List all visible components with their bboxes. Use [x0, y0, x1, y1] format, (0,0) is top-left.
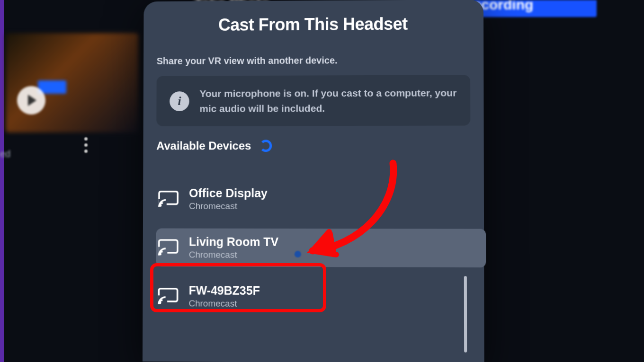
device-item-fw49bz35f[interactable]: FW-49BZ35F Chromecast — [156, 277, 484, 317]
dialog-title: Cast From This Headset — [157, 14, 470, 35]
cast-dialog: Cast From This Headset Share your VR vie… — [143, 0, 484, 362]
bg-purple-strip — [0, 0, 4, 362]
mic-info-banner: i Your microphone is on. If you cast to … — [156, 75, 470, 126]
device-list: Office Display Chromecast Living Room TV… — [143, 180, 484, 317]
bg-caption-fragment: ed — [0, 149, 10, 159]
bg-video-thumbnail — [6, 33, 138, 132]
info-icon: i — [170, 91, 189, 111]
device-item-living-room-tv[interactable]: Living Room TV Chromecast — [156, 229, 486, 268]
cast-icon — [158, 190, 179, 207]
loading-spinner-icon — [259, 140, 272, 152]
svg-point-9 — [159, 301, 161, 303]
device-item-office-display[interactable]: Office Display Chromecast — [156, 180, 484, 219]
selection-dot-icon — [295, 251, 301, 257]
available-devices-label: Available Devices — [156, 139, 251, 152]
device-type: Chromecast — [189, 201, 268, 212]
bg-play-button[interactable] — [17, 86, 45, 115]
mic-info-text: Your microphone is on. If you cast to a … — [199, 85, 457, 115]
dialog-subtitle: Share your VR view with another device. — [157, 54, 470, 67]
cast-icon — [158, 288, 179, 305]
kebab-menu-icon[interactable] — [84, 137, 88, 153]
cast-icon — [158, 239, 179, 256]
svg-point-6 — [159, 253, 161, 255]
device-type: Chromecast — [189, 298, 260, 309]
device-type: Chromecast — [189, 250, 278, 260]
scrollbar[interactable] — [464, 276, 467, 353]
device-name: Office Display — [189, 186, 268, 200]
device-name: FW-49BZ35F — [189, 283, 260, 298]
available-devices-header: Available Devices — [156, 139, 470, 153]
device-name: Living Room TV — [189, 235, 278, 249]
svg-point-3 — [159, 204, 161, 206]
